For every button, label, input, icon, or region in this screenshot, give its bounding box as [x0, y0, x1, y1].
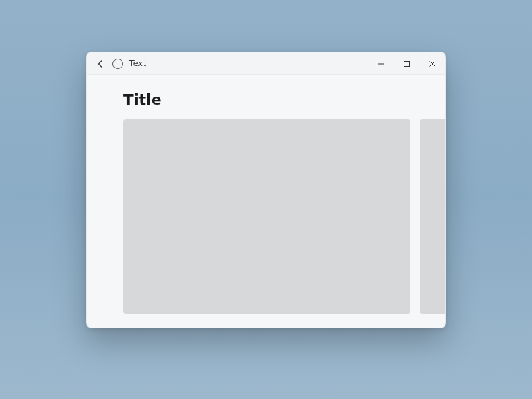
titlebar: Text — [87, 52, 445, 75]
arrow-left-icon — [96, 59, 105, 68]
minimize-icon — [377, 60, 385, 68]
maximize-button[interactable] — [394, 52, 420, 75]
app-icon — [112, 59, 123, 69]
content-card-primary[interactable] — [123, 119, 410, 314]
close-icon — [429, 60, 436, 68]
app-window: Text Title — [86, 52, 446, 328]
minimize-button[interactable] — [368, 52, 394, 75]
svg-rect-1 — [404, 61, 410, 66]
content-card-secondary[interactable] — [420, 119, 445, 314]
window-controls — [368, 52, 445, 75]
maximize-icon — [403, 60, 410, 68]
card-row — [123, 119, 445, 314]
close-button[interactable] — [420, 52, 445, 75]
page-title: Title — [123, 90, 445, 109]
content-area: Title — [87, 75, 445, 328]
back-button[interactable] — [94, 58, 106, 70]
window-title: Text — [129, 59, 146, 68]
titlebar-left-group: Text — [94, 58, 146, 70]
